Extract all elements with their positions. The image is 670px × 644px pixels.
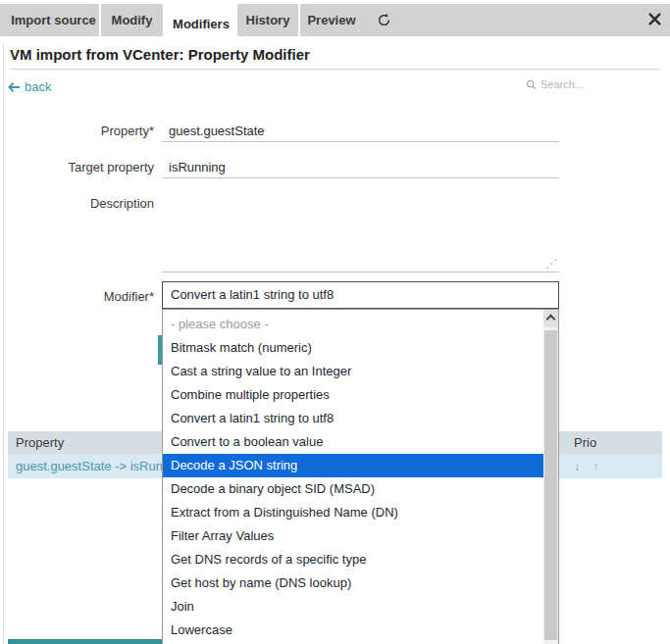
property-label: Property* <box>0 124 154 138</box>
option-combine-props[interactable]: Combine multiple properties <box>163 383 543 407</box>
tab-label: Import source <box>11 13 96 27</box>
tab-label: Modify <box>112 13 153 27</box>
tab-label: Preview <box>307 13 355 27</box>
option-join[interactable]: Join <box>163 595 543 619</box>
modifier-dropdown-list: - please choose - Bitmask match (numeric… <box>162 309 559 644</box>
chevron-up-icon <box>546 315 556 324</box>
scroll-up-icon[interactable] <box>543 310 558 327</box>
search-input[interactable] <box>541 78 629 90</box>
tab-preview[interactable]: Preview <box>300 4 363 36</box>
option-list: - please choose - Bitmask match (numeric… <box>163 313 543 642</box>
description-textarea[interactable] <box>169 196 559 265</box>
vm-import-modifier-window: Import source Modify Modifiers History P… <box>0 0 670 644</box>
prio-up-icon[interactable]: ↑ <box>593 459 600 473</box>
option-bitmask-match[interactable]: Bitmask match (numeric) <box>163 336 543 360</box>
option-filter-array[interactable]: Filter Array Values <box>163 524 543 548</box>
back-label: back <box>25 79 51 94</box>
column-header-prio[interactable]: Prio <box>566 435 662 450</box>
option-decode-json[interactable]: Decode a JSON string <box>163 454 543 477</box>
back-arrow-icon <box>8 81 21 93</box>
target-property-field[interactable]: isRunning <box>169 160 226 174</box>
prio-down-icon[interactable]: ↓ <box>574 459 581 473</box>
modifier-label: Modifier* <box>0 289 154 304</box>
option-get-dns-records[interactable]: Get DNS records of a specific type <box>163 548 543 571</box>
tab-import-source[interactable]: Import source <box>8 4 101 36</box>
option-convert-latin1[interactable]: Convert a latin1 string to utf8 <box>163 407 543 430</box>
tab-label: History <box>246 13 290 27</box>
refresh-icon[interactable] <box>376 12 392 28</box>
option-get-host[interactable]: Get host by name (DNS lookup) <box>163 571 543 595</box>
description-label: Description <box>0 196 154 211</box>
modifier-select[interactable]: Convert a latin1 string to utf8 <box>162 281 559 309</box>
tab-modify[interactable]: Modify <box>101 4 165 36</box>
option-lowercase[interactable]: Lowercase <box>163 619 543 642</box>
description-underline <box>162 272 559 272</box>
search-box <box>526 78 629 90</box>
row-prio-cell: ↓ ↑ <box>566 459 662 473</box>
scrollbar-thumb[interactable] <box>544 330 557 640</box>
option-convert-boolean[interactable]: Convert to a boolean value <box>163 430 543 454</box>
target-property-label: Target property <box>0 160 154 174</box>
option-extract-dn[interactable]: Extract from a Distinguished Name (DN) <box>163 501 543 524</box>
page-title: VM import from VCenter: Property Modifie… <box>10 46 310 63</box>
tab-modifiers[interactable]: Modifiers <box>165 4 237 43</box>
dropdown-scrollbar <box>543 310 558 644</box>
search-icon <box>526 79 537 90</box>
close-icon[interactable] <box>647 12 662 26</box>
property-field[interactable]: guest.guestState <box>169 124 265 138</box>
option-decode-sid[interactable]: Decode a binary object SID (MSAD) <box>163 477 543 501</box>
option-cast-integer[interactable]: Cast a string value to an Integer <box>163 360 543 383</box>
option-please-choose[interactable]: - please choose - <box>163 313 543 336</box>
property-underline <box>162 141 559 142</box>
back-button[interactable]: back <box>8 79 51 94</box>
tab-history[interactable]: History <box>237 4 300 36</box>
tab-label: Modifiers <box>173 17 230 31</box>
target-property-underline <box>162 177 559 178</box>
title-divider <box>10 69 660 70</box>
resize-grip-icon[interactable]: ⋰ <box>545 257 557 271</box>
